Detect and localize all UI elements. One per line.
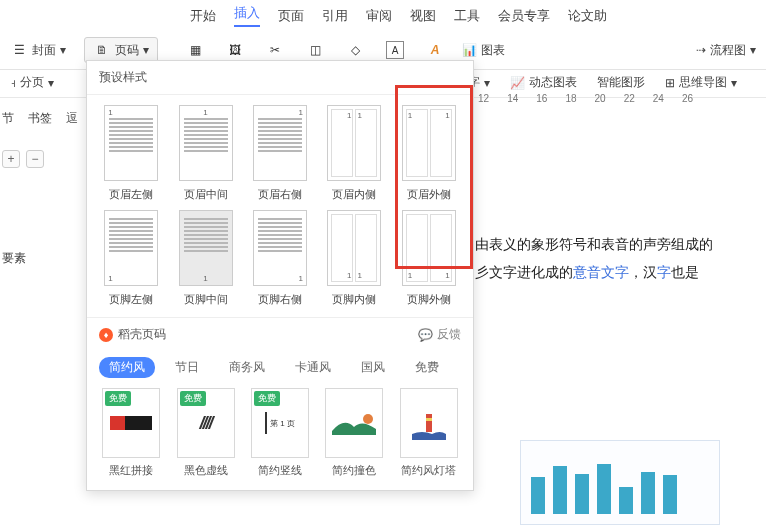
bar-chart (520, 440, 720, 525)
filter-cartoon[interactable]: 卡通风 (285, 357, 341, 378)
svg-rect-2 (426, 418, 432, 421)
tab-member[interactable]: 会员专享 (498, 7, 550, 25)
minus-button[interactable]: − (26, 150, 44, 168)
filter-festival[interactable]: 节日 (165, 357, 209, 378)
filter-national[interactable]: 国风 (351, 357, 395, 378)
chart-bar (619, 487, 633, 514)
dd-header-grid: 1 页眉左侧 1 页眉中间 1 页眉右侧 11 页眉内侧 11 页眉外侧 1 页… (87, 95, 473, 317)
tab-insert[interactable]: 插入 (234, 4, 260, 27)
feedback-button[interactable]: 💬 反馈 (418, 326, 461, 343)
dd-header-left[interactable]: 1 页眉左侧 (97, 105, 165, 202)
dd-footer-left[interactable]: 1 页脚左侧 (97, 210, 165, 307)
tab-review[interactable]: 审阅 (366, 7, 392, 25)
chart-bar (641, 472, 655, 514)
tab-view[interactable]: 视图 (410, 7, 436, 25)
dd-header-inner[interactable]: 11 页眉内侧 (320, 105, 388, 202)
fire-icon: ♦ (99, 328, 113, 342)
pagebreak-button[interactable]: ⫞ 分页 ▾ (10, 74, 54, 91)
shapes-icon[interactable]: ◫ (306, 41, 324, 59)
tpl-redblack[interactable]: 免费 黑红拼接 (97, 388, 165, 478)
tab-tools[interactable]: 工具 (454, 7, 480, 25)
chart-bar (663, 475, 677, 514)
page-number-dropdown: 预设样式 1 页眉左侧 1 页眉中间 1 页眉右侧 11 页眉内侧 11 页眉外… (86, 60, 474, 491)
dd-title: 预设样式 (87, 61, 473, 95)
tpl-slashes[interactable]: 免费 //// 黑色虚线 (171, 388, 239, 478)
dd-filters: 简约风 节日 商务风 卡通风 国风 免费 (87, 351, 473, 382)
word-art-icon[interactable]: A (426, 41, 444, 59)
filter-free[interactable]: 免费 (405, 357, 449, 378)
dd-header-outer[interactable]: 11 页眉外侧 (395, 105, 463, 202)
tpl-hills[interactable]: 简约撞色 (320, 388, 388, 478)
page-number-icon: 🗎 (93, 41, 111, 59)
dd-footer-right[interactable]: 1 页脚右侧 (246, 210, 314, 307)
chart-button[interactable]: 📊 图表 (462, 42, 505, 59)
chart-bar (553, 466, 567, 514)
smart-shape-button[interactable]: 智能图形 (597, 74, 645, 91)
svg-point-0 (363, 414, 373, 424)
icon-lib-icon[interactable]: ◇ (346, 41, 364, 59)
screenshot-icon[interactable]: ✂ (266, 41, 284, 59)
text-box-icon[interactable]: A (386, 41, 404, 59)
chart-bar (575, 474, 589, 514)
dd-header-center[interactable]: 1 页眉中间 (171, 105, 239, 202)
svg-rect-1 (426, 414, 432, 432)
dd-header-right[interactable]: 1 页眉右侧 (246, 105, 314, 202)
dd-templates: 免费 黑红拼接 免费 //// 黑色虚线 免费 第 1 页 简约竖线 简约撞色 (87, 382, 473, 490)
tpl-vline[interactable]: 免费 第 1 页 简约竖线 (246, 388, 314, 478)
dd-footer-inner[interactable]: 11 页脚内侧 (320, 210, 388, 307)
cover-button[interactable]: ☰ 封面 ▾ (10, 41, 66, 59)
left-frag: 节书签逗 (2, 110, 78, 127)
plus-button[interactable]: + (2, 150, 20, 168)
tab-page[interactable]: 页面 (278, 7, 304, 25)
image-icon[interactable]: 🖼 (226, 41, 244, 59)
dd-footer-outer[interactable]: 11 页脚外侧 (395, 210, 463, 307)
chart-bar (531, 477, 545, 514)
table-icon[interactable]: ▦ (186, 41, 204, 59)
tpl-lighthouse[interactable]: 简约风灯塔 (395, 388, 463, 478)
chart-bar (597, 464, 611, 514)
mindmap-button[interactable]: ⊞ 思维导图 ▾ (665, 74, 737, 91)
main-tabs: 开始 插入 页面 引用 审阅 视图 工具 会员专享 论文助 (0, 0, 766, 31)
tab-thesis[interactable]: 论文助 (568, 7, 607, 25)
ruler: 1214161820222426 (478, 93, 693, 104)
cover-icon: ☰ (10, 41, 28, 59)
filter-simple[interactable]: 简约风 (99, 357, 155, 378)
left-frag-2: 要素 (2, 250, 26, 267)
tab-start[interactable]: 开始 (190, 7, 216, 25)
zoom-buttons: + − (2, 150, 44, 168)
flowchart-button[interactable]: ⇢ 流程图 ▾ (696, 42, 756, 59)
document-text: 由表义的象形符号和表音的声旁组成的 彡文字进化成的意音文字，汉字也是 (475, 230, 766, 286)
dd-footer-center[interactable]: 1 页脚中间 (171, 210, 239, 307)
tab-reference[interactable]: 引用 (322, 7, 348, 25)
filter-business[interactable]: 商务风 (219, 357, 275, 378)
dd-section-header: ♦稻壳页码 💬 反馈 (87, 317, 473, 351)
motion-chart-button[interactable]: 📈 动态图表 (510, 74, 577, 91)
